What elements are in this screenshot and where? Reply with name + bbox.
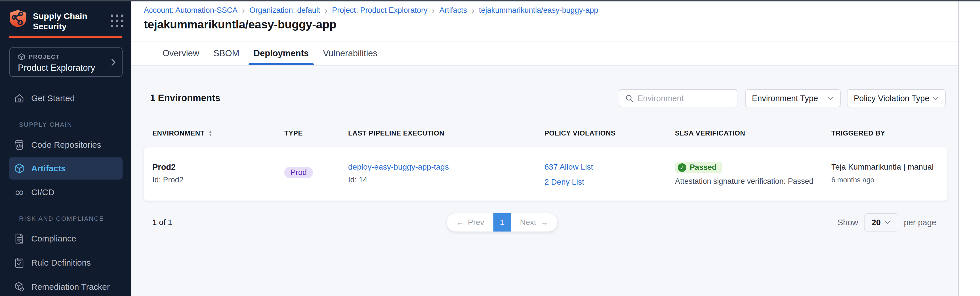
type-cell: Prod — [284, 147, 348, 200]
sidebar-item-artifacts[interactable]: Artifacts — [9, 157, 123, 179]
sidebar-item-get-started[interactable]: Get Started — [0, 87, 131, 109]
app-screen: Supply Chain Security PROJECT Product Ex… — [0, 0, 980, 296]
slsa-passed-badge: ✓ Passed — [675, 162, 722, 173]
slsa-verification-cell: ✓ Passed Attestation signature verificat… — [675, 147, 831, 200]
triggered-time: 6 months ago — [831, 176, 938, 184]
page-number-button[interactable]: 1 — [493, 213, 511, 232]
sidebar-section-risk-compliance: RISK AND COMPLIANCE — [19, 215, 104, 222]
chevron-down-icon — [932, 96, 939, 100]
breadcrumb-separator-icon: › — [325, 6, 328, 14]
artifacts-cube-icon — [14, 163, 24, 174]
clipboard-check-icon — [14, 258, 24, 268]
sidebar: Supply Chain Security PROJECT Product Ex… — [0, 2, 131, 296]
environment-type-filter[interactable]: Environment Type — [745, 89, 841, 107]
sidebar-item-label: Rule Definitions — [31, 258, 91, 267]
environments-count-title: 1 Environments — [150, 93, 220, 103]
brand-underline — [9, 36, 122, 38]
deny-list-link[interactable]: 2 Deny List — [544, 177, 675, 187]
breadcrumb-artifact-name-link[interactable]: tejakummarikuntla/easy-buggy-app — [479, 6, 598, 15]
column-header-slsa-verification: SLSA VERIFICATION — [675, 129, 831, 137]
deployments-content: 1 Environments Environment Type — [131, 66, 958, 296]
app-title: Supply Chain Security — [33, 11, 111, 32]
pipeline-cell: deploy-easy-buggy-app-tags Id: 14 — [348, 147, 544, 200]
triggered-by-cell: Teja Kummarikuntla | manual 6 months ago — [831, 147, 938, 200]
attestation-detail: Attestation signature verification: Pass… — [675, 176, 831, 186]
sidebar-section-supply-chain: SUPPLY CHAIN — [19, 121, 72, 128]
home-icon — [14, 93, 24, 103]
page-size-control: Show 20 per page — [838, 213, 936, 232]
arrow-right-icon: → — [540, 218, 548, 227]
code-repository-icon — [14, 140, 24, 150]
breadcrumb-separator-icon: › — [472, 6, 474, 14]
tab-bar: Overview SBOM Deployments Vulnerabilitie… — [131, 42, 958, 66]
pager: ← Prev 1 Next → — [447, 213, 557, 232]
page-title: tejakummarikuntla/easy-buggy-app — [144, 18, 336, 31]
sidebar-item-remediation-tracker[interactable]: Remediation Tracker — [0, 276, 131, 296]
column-header-type: TYPE — [284, 129, 348, 137]
sidebar-item-compliance[interactable]: Compliance — [0, 227, 131, 250]
tab-overview[interactable]: Overview — [162, 42, 199, 66]
project-name: Product Exploratory — [18, 63, 115, 73]
environment-id: Id: Prod2 — [152, 175, 284, 185]
chevron-down-icon — [885, 221, 890, 224]
filter-label: Environment Type — [752, 94, 818, 103]
project-label: PROJECT — [29, 53, 60, 60]
page-size-select[interactable]: 20 — [864, 213, 898, 232]
search-icon — [625, 94, 633, 102]
environment-row[interactable]: Prod2 Id: Prod2 Prod deploy-easy-buggy-a… — [144, 147, 947, 200]
remediation-cube-tag-icon — [14, 282, 24, 292]
slsa-status-text: Passed — [690, 163, 717, 172]
column-header-policy-violations: POLICY VIOLATIONS — [544, 129, 675, 137]
pipeline-execution-link[interactable]: deploy-easy-buggy-app-tags — [348, 162, 544, 173]
sidebar-item-cicd[interactable]: ∞ CI/CD — [0, 181, 131, 203]
filter-label: Policy Violation Type — [854, 94, 929, 103]
sidebar-item-label: Artifacts — [31, 164, 66, 173]
triggered-by-text: Teja Kummarikuntla | manual — [831, 162, 938, 173]
column-header-triggered-by: TRIGGERED BY — [831, 129, 938, 137]
prev-page-button[interactable]: ← Prev — [447, 213, 493, 232]
sidebar-item-code-repositories[interactable]: Code Repositories — [0, 134, 131, 156]
breadcrumb-account-link[interactable]: Account: Automation-SSCA — [144, 6, 237, 15]
sidebar-item-label: Remediation Tracker — [31, 282, 110, 292]
sort-icon[interactable]: ▲ ▼ — [208, 130, 212, 137]
breadcrumb: Account: Automation-SSCA › Organization:… — [144, 6, 598, 15]
environment-name: Prod2 — [152, 162, 284, 173]
tab-vulnerabilities[interactable]: Vulnerabilities — [323, 42, 377, 66]
sidebar-item-label: CI/CD — [31, 187, 54, 197]
breadcrumb-separator-icon: › — [242, 6, 245, 14]
tab-deployments[interactable]: Deployments — [254, 42, 309, 66]
column-header-last-pipeline-execution: LAST PIPELINE EXECUTION — [348, 129, 544, 137]
policy-violation-type-filter[interactable]: Policy Violation Type — [847, 89, 946, 107]
breadcrumb-project-link[interactable]: Project: Product Exploratory — [332, 6, 427, 15]
next-page-button[interactable]: Next → — [511, 213, 558, 232]
environment-cell: Prod2 Id: Prod2 — [152, 147, 284, 200]
column-header-environment: ENVIRONMENT ▲ ▼ — [152, 129, 284, 137]
environment-search[interactable] — [619, 89, 737, 107]
app-logo-row: Supply Chain Security — [8, 10, 123, 32]
supply-chain-security-logo-icon — [8, 10, 27, 27]
project-selector[interactable]: PROJECT Product Exploratory — [10, 48, 123, 77]
right-gutter — [958, 2, 980, 296]
app-switcher-icon[interactable] — [111, 14, 123, 27]
sidebar-item-rule-definitions[interactable]: Rule Definitions — [0, 252, 131, 274]
sidebar-item-label: Compliance — [31, 234, 76, 243]
check-circle-icon: ✓ — [678, 163, 686, 172]
arrow-left-icon: ← — [456, 218, 464, 227]
allow-list-link[interactable]: 637 Allow List — [544, 162, 675, 173]
environment-type-badge: Prod — [284, 167, 313, 178]
breadcrumb-artifacts-link[interactable]: Artifacts — [439, 6, 467, 15]
compliance-document-icon — [14, 234, 24, 244]
project-cube-icon — [18, 53, 25, 61]
breadcrumb-organization-link[interactable]: Organization: default — [250, 6, 320, 15]
tab-sbom[interactable]: SBOM — [213, 42, 239, 66]
main-area: Account: Automation-SSCA › Organization:… — [131, 2, 980, 296]
chevron-down-icon — [827, 96, 834, 100]
sidebar-item-label: Get Started — [31, 93, 75, 103]
cicd-infinity-icon: ∞ — [14, 188, 24, 197]
search-input[interactable] — [638, 94, 745, 103]
per-page-label: per page — [904, 218, 937, 227]
table-header-row: ENVIRONMENT ▲ ▼ TYPE LAST PIPELINE EXECU… — [144, 126, 947, 140]
show-label: Show — [838, 218, 858, 227]
breadcrumb-separator-icon: › — [432, 6, 435, 14]
page-summary: 1 of 1 — [152, 213, 172, 232]
